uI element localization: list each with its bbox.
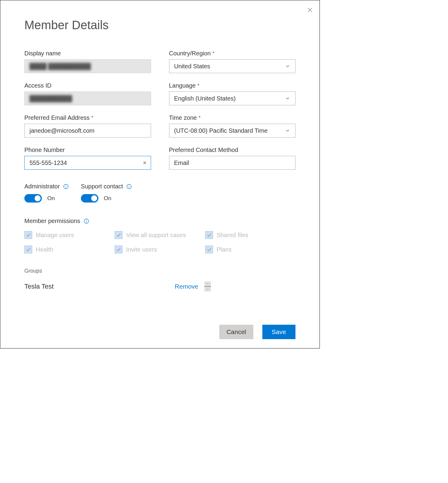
required-marker: * [197, 83, 199, 88]
contact-method-label: Preferred Contact Method [169, 147, 238, 153]
timezone-value: (UTC-08:00) Pacific Standard Time [174, 127, 268, 134]
field-email: Preferred Email Address * [24, 114, 151, 138]
spinner-up[interactable] [204, 281, 211, 286]
administrator-toggle[interactable] [24, 194, 42, 203]
dialog-title: Member Details [24, 18, 295, 32]
form-grid: Display name ████ ██████████ Country/Reg… [24, 50, 295, 170]
save-button[interactable]: Save [262, 325, 295, 339]
groups-label: Groups [24, 268, 295, 274]
timezone-select[interactable]: (UTC-08:00) Pacific Standard Time [169, 124, 296, 138]
permissions-grid: Manage users View all support cases Shar… [24, 231, 295, 253]
perm-plans: Plans [205, 246, 295, 253]
perm-label: View all support cases [126, 232, 186, 239]
support-contact-toggle[interactable] [81, 194, 98, 203]
perm-view-cases: View all support cases [115, 231, 205, 239]
checkbox [24, 246, 32, 253]
cancel-button[interactable]: Cancel [219, 325, 253, 339]
contact-method-select[interactable]: Email [169, 156, 296, 170]
clear-icon[interactable] [143, 161, 147, 165]
email-input[interactable] [24, 124, 151, 138]
access-id-value: ██████████ [29, 95, 72, 102]
spinner-down[interactable] [204, 287, 211, 292]
permissions-section: Member permissions Manage users View all… [24, 218, 295, 253]
support-contact-label: Support contact [81, 183, 123, 190]
remove-group-link[interactable]: Remove [175, 283, 198, 290]
support-contact-state: On [104, 195, 111, 202]
info-icon[interactable] [126, 184, 132, 190]
info-icon[interactable] [83, 218, 89, 224]
contact-method-value: Email [174, 159, 189, 166]
checkbox [205, 246, 213, 253]
dialog-footer: Cancel Save [24, 325, 295, 339]
field-contact-method: Preferred Contact Method Email [169, 147, 296, 170]
country-select[interactable]: United States [169, 59, 296, 73]
checkbox [115, 246, 122, 253]
display-name-value: ████ ██████████ [29, 63, 91, 70]
required-marker: * [91, 115, 93, 121]
chevron-down-icon [285, 63, 290, 69]
chevron-down-icon [206, 288, 209, 291]
group-spinner [204, 281, 211, 292]
groups-section: Groups Tesla Test Remove [24, 268, 295, 292]
field-access-id: Access ID ██████████ [24, 82, 151, 105]
field-country: Country/Region * United States [169, 50, 296, 73]
email-label: Preferred Email Address [24, 114, 90, 121]
support-contact-block: Support contact On [81, 183, 132, 203]
display-name-input: ████ ██████████ [24, 59, 151, 73]
field-language: Language * English (United States) [169, 82, 296, 105]
perm-invite-users: Invite users [115, 246, 205, 253]
perm-label: Plans [217, 246, 232, 253]
field-phone: Phone Number [24, 147, 151, 170]
perm-label: Manage users [36, 232, 74, 239]
required-marker: * [212, 51, 214, 56]
language-label: Language [169, 82, 196, 89]
perm-label: Shared files [217, 232, 249, 239]
field-display-name: Display name ████ ██████████ [24, 50, 151, 73]
administrator-label: Administrator [24, 183, 60, 190]
chevron-up-icon [206, 282, 209, 285]
display-name-label: Display name [24, 50, 61, 57]
country-value: United States [174, 63, 210, 70]
svg-point-6 [66, 185, 66, 185]
checkbox [205, 231, 213, 239]
perm-health: Health [24, 246, 115, 253]
access-id-input: ██████████ [24, 91, 151, 105]
toggle-row: Administrator On Support contact On [24, 183, 295, 203]
required-marker: * [199, 115, 200, 121]
language-value: English (United States) [174, 95, 236, 102]
chevron-down-icon [285, 128, 290, 133]
svg-point-9 [129, 185, 129, 185]
phone-input[interactable] [24, 156, 151, 170]
perm-manage-users: Manage users [24, 231, 115, 239]
perm-label: Invite users [126, 246, 157, 253]
language-select[interactable]: English (United States) [169, 91, 296, 105]
administrator-block: Administrator On [24, 183, 69, 203]
member-details-dialog: Member Details Display name ████ ███████… [0, 0, 320, 348]
administrator-state: On [47, 195, 55, 202]
phone-label: Phone Number [24, 147, 65, 153]
group-name: Tesla Test [24, 283, 54, 290]
field-timezone: Time zone * (UTC-08:00) Pacific Standard… [169, 114, 296, 138]
perm-shared-files: Shared files [205, 231, 295, 239]
country-label: Country/Region [169, 50, 211, 57]
checkbox [115, 231, 122, 239]
svg-point-12 [86, 220, 86, 220]
permissions-label: Member permissions [24, 218, 80, 224]
timezone-label: Time zone [169, 114, 197, 121]
info-icon[interactable] [63, 184, 69, 190]
perm-label: Health [36, 246, 53, 253]
group-row: Tesla Test Remove [24, 281, 211, 292]
chevron-down-icon [285, 96, 290, 101]
close-icon[interactable] [307, 7, 313, 13]
access-id-label: Access ID [24, 82, 51, 89]
checkbox [24, 231, 32, 239]
